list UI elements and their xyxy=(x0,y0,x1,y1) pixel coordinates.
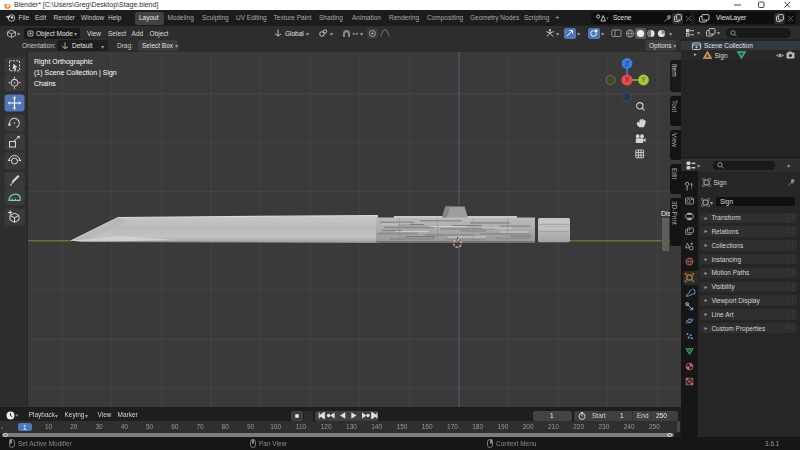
svg-text:Y: Y xyxy=(641,76,646,83)
svg-text:X: X xyxy=(625,76,630,83)
svg-text:Z: Z xyxy=(625,60,629,67)
